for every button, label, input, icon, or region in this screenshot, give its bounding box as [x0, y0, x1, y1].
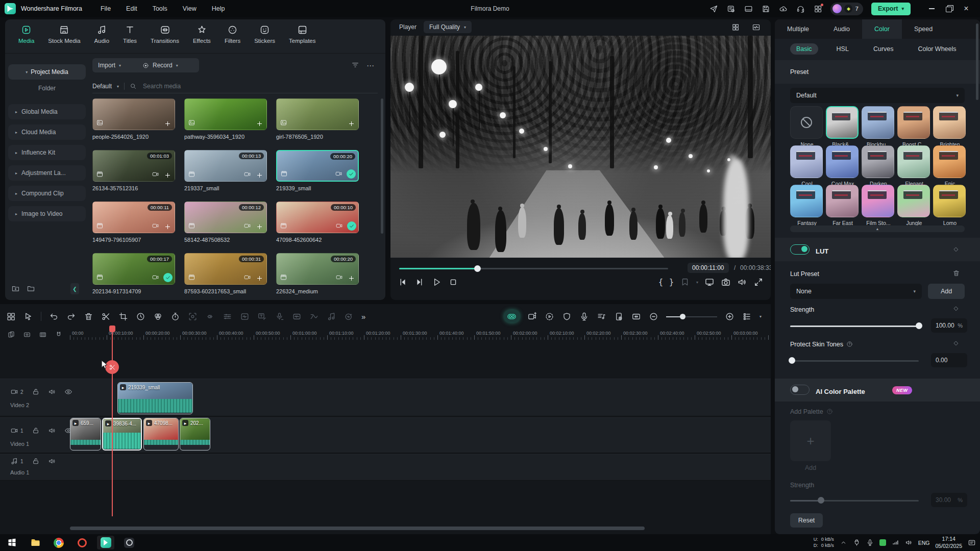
minimize-button[interactable] [923, 1, 940, 16]
sidebar-item-global-media[interactable]: ▸Global Media [8, 104, 86, 119]
mute-icon[interactable] [48, 427, 56, 435]
auto-ripple-icon[interactable] [23, 331, 31, 339]
mark-in-icon[interactable]: { [658, 278, 663, 287]
volume-icon[interactable] [905, 539, 913, 546]
strength-value[interactable]: 100.00 % [931, 318, 967, 333]
preset-thumbnail[interactable] [790, 145, 823, 178]
zoom-in-icon[interactable] [725, 312, 734, 321]
keyframe-icon[interactable] [952, 340, 960, 347]
taskbar-filmora[interactable] [94, 534, 117, 551]
sidebar-item-image-to-video[interactable]: ▸Image to Video [8, 206, 86, 221]
usb-icon[interactable] [853, 539, 861, 546]
subtab-color-wheels[interactable]: Color Wheels [912, 43, 963, 55]
project-history-icon[interactable] [727, 5, 736, 13]
progress-handle[interactable] [474, 265, 481, 272]
new-folder-icon[interactable] [11, 284, 20, 293]
preset-dropdown[interactable]: Default ▾ [790, 88, 965, 103]
snap-icon[interactable] [55, 331, 63, 339]
sidebar-item-adjustment-la[interactable]: ▸Adjustment La... [8, 165, 86, 181]
speed-icon[interactable] [136, 312, 145, 321]
menu-file[interactable]: File [101, 5, 111, 12]
lut-preset-dropdown[interactable]: None ▾ [790, 284, 922, 299]
tab-stock-media[interactable]: Stock Media [48, 24, 80, 53]
timeline-clip[interactable]: ▶39836-4... [102, 418, 142, 450]
clock[interactable]: 17:14 05/02/2025 [935, 536, 962, 549]
preset-thumbnail[interactable] [826, 145, 859, 178]
preset-item[interactable]: Epic [933, 145, 967, 187]
preset-thumbnail[interactable] [933, 106, 966, 139]
apps-icon[interactable] [814, 5, 822, 13]
visibility-icon[interactable] [64, 388, 72, 396]
preset-thumbnail[interactable] [826, 185, 859, 217]
preset-item[interactable]: Fantasy [790, 185, 824, 226]
more-options-icon[interactable]: ⋯ [366, 61, 375, 69]
timer-icon[interactable] [170, 312, 180, 321]
undo-icon[interactable] [49, 312, 59, 321]
reset-button[interactable]: Reset [790, 513, 823, 528]
media-item[interactable]: 00:00:13219337_small [184, 150, 267, 191]
stop-icon[interactable] [448, 277, 458, 287]
render-bar-icon[interactable] [39, 331, 47, 339]
timeline-hscrollbar[interactable] [70, 527, 645, 530]
track-lane-video-2[interactable] [0, 379, 771, 416]
collapse-sidebar-button[interactable]: ❮ [70, 283, 79, 294]
strength-slider[interactable] [790, 322, 919, 329]
timeline-clip[interactable]: ▶219339_small [117, 382, 193, 414]
add-to-timeline-button[interactable] [164, 223, 172, 231]
track-lane-audio-1[interactable] [0, 454, 771, 481]
timeline-clip[interactable]: ▶202... [180, 418, 210, 450]
subtab-curves[interactable]: Curves [867, 43, 900, 55]
save-icon[interactable] [762, 5, 770, 13]
track-manager-icon[interactable] [742, 312, 752, 321]
delete-folder-icon[interactable] [27, 284, 35, 293]
media-item[interactable]: 00:00:20226324_medium [276, 253, 359, 294]
media-grid-scrollbar[interactable] [381, 98, 383, 234]
preset-thumbnail[interactable] [897, 145, 930, 178]
timeline-clip[interactable]: ▶659... [70, 418, 101, 450]
preset-item[interactable]: Boost C... [897, 106, 931, 147]
preset-item[interactable]: Cool [790, 145, 824, 187]
sidebar-item-cloud-media[interactable]: ▸Cloud Media [8, 124, 86, 140]
tab-media[interactable]: Media [18, 24, 34, 53]
media-item[interactable]: 00:00:1258142-487508532 [184, 202, 267, 243]
tab-audio[interactable]: Audio [821, 19, 862, 39]
more-tools-icon[interactable]: » [361, 313, 365, 320]
support-icon[interactable] [796, 5, 805, 13]
panel-scrollbar[interactable] [976, 23, 978, 100]
media-thumbnail[interactable]: 00:01:03 [92, 150, 175, 182]
marker-icon[interactable] [562, 312, 572, 321]
lock-icon[interactable] [32, 457, 40, 465]
close-button[interactable]: × [958, 1, 975, 16]
trash-icon[interactable] [952, 269, 960, 277]
split-icon[interactable] [101, 312, 111, 321]
preset-item[interactable]: Jungle [897, 185, 931, 226]
lock-icon[interactable] [32, 388, 40, 396]
mark-out-icon[interactable]: } [669, 278, 674, 287]
keyframe-icon[interactable] [205, 312, 215, 321]
audio-ducking-icon[interactable] [309, 312, 319, 321]
mute-icon[interactable] [48, 457, 56, 465]
skin-tones-slider[interactable] [790, 357, 919, 364]
preset-thumbnail[interactable] [933, 185, 966, 217]
skin-tones-value[interactable]: 0.00 [931, 353, 967, 367]
fit-timeline-icon[interactable] [631, 312, 641, 321]
media-item[interactable]: 00:00:1047098-452600642 [276, 202, 359, 243]
media-thumbnail[interactable] [276, 98, 359, 130]
zoom-out-icon[interactable] [649, 312, 658, 321]
render-preview-icon[interactable] [545, 312, 554, 321]
preset-thumbnail[interactable] [933, 145, 966, 178]
account-pill[interactable]: ◆ 7 [830, 3, 863, 15]
crop-icon[interactable] [118, 312, 128, 321]
preset-thumbnail[interactable] [897, 185, 930, 217]
preset-thumbnail[interactable] [790, 185, 823, 217]
taskbar-start-button[interactable] [0, 534, 23, 551]
multi-view-icon[interactable] [731, 23, 740, 32]
export-button[interactable]: Export▾ [871, 3, 911, 15]
preset-thumbnail[interactable] [897, 106, 930, 139]
media-thumbnail[interactable]: 00:00:20 [276, 253, 359, 285]
preset-thumbnail[interactable] [790, 106, 823, 139]
color-icon[interactable] [153, 312, 163, 321]
media-item[interactable]: girl-7876505_1920 [276, 98, 359, 140]
remote-icon[interactable] [879, 539, 886, 546]
tab-speed[interactable]: Speed [902, 19, 945, 39]
